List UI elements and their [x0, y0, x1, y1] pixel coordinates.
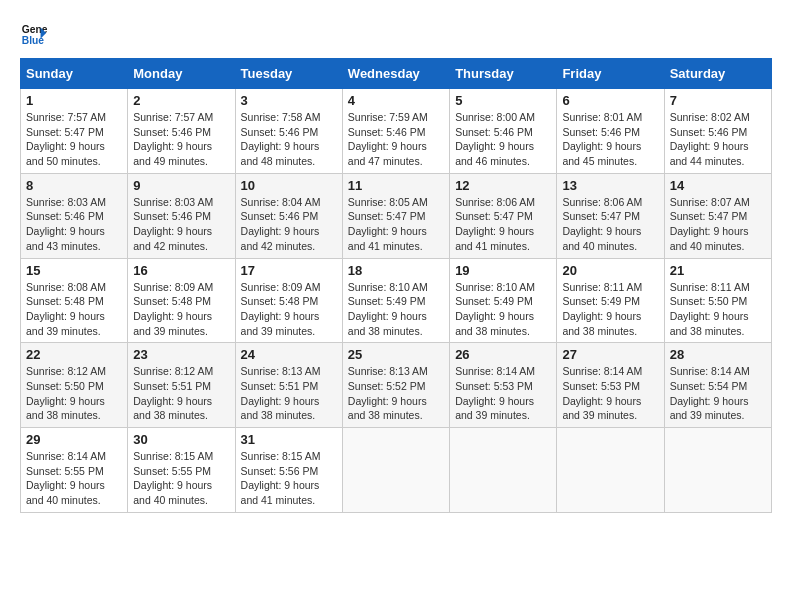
day-number: 2	[133, 93, 229, 108]
day-info: Sunrise: 8:15 AMSunset: 5:55 PMDaylight:…	[133, 449, 229, 508]
day-cell: 11Sunrise: 8:05 AMSunset: 5:47 PMDayligh…	[342, 173, 449, 258]
day-number: 7	[670, 93, 766, 108]
dow-friday: Friday	[557, 59, 664, 89]
week-row-2: 8Sunrise: 8:03 AMSunset: 5:46 PMDaylight…	[21, 173, 772, 258]
day-cell: 1Sunrise: 7:57 AMSunset: 5:47 PMDaylight…	[21, 89, 128, 174]
day-info: Sunrise: 8:03 AMSunset: 5:46 PMDaylight:…	[133, 195, 229, 254]
day-number: 6	[562, 93, 658, 108]
day-info: Sunrise: 8:09 AMSunset: 5:48 PMDaylight:…	[241, 280, 337, 339]
day-number: 9	[133, 178, 229, 193]
week-row-1: 1Sunrise: 7:57 AMSunset: 5:47 PMDaylight…	[21, 89, 772, 174]
day-info: Sunrise: 8:05 AMSunset: 5:47 PMDaylight:…	[348, 195, 444, 254]
day-number: 15	[26, 263, 122, 278]
day-info: Sunrise: 8:10 AMSunset: 5:49 PMDaylight:…	[348, 280, 444, 339]
day-number: 8	[26, 178, 122, 193]
day-cell: 23Sunrise: 8:12 AMSunset: 5:51 PMDayligh…	[128, 343, 235, 428]
day-number: 22	[26, 347, 122, 362]
day-info: Sunrise: 8:10 AMSunset: 5:49 PMDaylight:…	[455, 280, 551, 339]
day-number: 24	[241, 347, 337, 362]
day-cell: 5Sunrise: 8:00 AMSunset: 5:46 PMDaylight…	[450, 89, 557, 174]
day-cell: 20Sunrise: 8:11 AMSunset: 5:49 PMDayligh…	[557, 258, 664, 343]
day-info: Sunrise: 8:06 AMSunset: 5:47 PMDaylight:…	[455, 195, 551, 254]
day-info: Sunrise: 8:00 AMSunset: 5:46 PMDaylight:…	[455, 110, 551, 169]
day-info: Sunrise: 8:07 AMSunset: 5:47 PMDaylight:…	[670, 195, 766, 254]
page-header: General Blue	[20, 20, 772, 48]
day-info: Sunrise: 8:02 AMSunset: 5:46 PMDaylight:…	[670, 110, 766, 169]
day-number: 30	[133, 432, 229, 447]
dow-thursday: Thursday	[450, 59, 557, 89]
day-number: 1	[26, 93, 122, 108]
day-number: 3	[241, 93, 337, 108]
day-cell: 6Sunrise: 8:01 AMSunset: 5:46 PMDaylight…	[557, 89, 664, 174]
dow-wednesday: Wednesday	[342, 59, 449, 89]
day-info: Sunrise: 7:58 AMSunset: 5:46 PMDaylight:…	[241, 110, 337, 169]
day-number: 13	[562, 178, 658, 193]
week-row-3: 15Sunrise: 8:08 AMSunset: 5:48 PMDayligh…	[21, 258, 772, 343]
day-cell	[450, 428, 557, 513]
day-number: 10	[241, 178, 337, 193]
day-cell: 28Sunrise: 8:14 AMSunset: 5:54 PMDayligh…	[664, 343, 771, 428]
day-cell: 8Sunrise: 8:03 AMSunset: 5:46 PMDaylight…	[21, 173, 128, 258]
day-cell: 16Sunrise: 8:09 AMSunset: 5:48 PMDayligh…	[128, 258, 235, 343]
day-cell: 30Sunrise: 8:15 AMSunset: 5:55 PMDayligh…	[128, 428, 235, 513]
day-cell: 22Sunrise: 8:12 AMSunset: 5:50 PMDayligh…	[21, 343, 128, 428]
day-cell: 12Sunrise: 8:06 AMSunset: 5:47 PMDayligh…	[450, 173, 557, 258]
dow-monday: Monday	[128, 59, 235, 89]
day-info: Sunrise: 7:57 AMSunset: 5:47 PMDaylight:…	[26, 110, 122, 169]
day-number: 27	[562, 347, 658, 362]
day-number: 11	[348, 178, 444, 193]
day-cell: 19Sunrise: 8:10 AMSunset: 5:49 PMDayligh…	[450, 258, 557, 343]
day-cell: 7Sunrise: 8:02 AMSunset: 5:46 PMDaylight…	[664, 89, 771, 174]
day-info: Sunrise: 8:14 AMSunset: 5:55 PMDaylight:…	[26, 449, 122, 508]
day-cell: 18Sunrise: 8:10 AMSunset: 5:49 PMDayligh…	[342, 258, 449, 343]
day-number: 29	[26, 432, 122, 447]
day-number: 26	[455, 347, 551, 362]
day-number: 23	[133, 347, 229, 362]
day-cell: 3Sunrise: 7:58 AMSunset: 5:46 PMDaylight…	[235, 89, 342, 174]
day-info: Sunrise: 8:11 AMSunset: 5:50 PMDaylight:…	[670, 280, 766, 339]
day-number: 25	[348, 347, 444, 362]
day-cell: 24Sunrise: 8:13 AMSunset: 5:51 PMDayligh…	[235, 343, 342, 428]
day-cell: 13Sunrise: 8:06 AMSunset: 5:47 PMDayligh…	[557, 173, 664, 258]
days-of-week-header: SundayMondayTuesdayWednesdayThursdayFrid…	[21, 59, 772, 89]
day-info: Sunrise: 8:12 AMSunset: 5:51 PMDaylight:…	[133, 364, 229, 423]
day-cell: 27Sunrise: 8:14 AMSunset: 5:53 PMDayligh…	[557, 343, 664, 428]
day-info: Sunrise: 8:14 AMSunset: 5:53 PMDaylight:…	[455, 364, 551, 423]
day-number: 31	[241, 432, 337, 447]
day-cell	[557, 428, 664, 513]
day-cell: 17Sunrise: 8:09 AMSunset: 5:48 PMDayligh…	[235, 258, 342, 343]
day-cell: 10Sunrise: 8:04 AMSunset: 5:46 PMDayligh…	[235, 173, 342, 258]
day-cell	[342, 428, 449, 513]
day-number: 20	[562, 263, 658, 278]
day-info: Sunrise: 8:14 AMSunset: 5:54 PMDaylight:…	[670, 364, 766, 423]
day-number: 4	[348, 93, 444, 108]
day-info: Sunrise: 8:03 AMSunset: 5:46 PMDaylight:…	[26, 195, 122, 254]
day-info: Sunrise: 8:14 AMSunset: 5:53 PMDaylight:…	[562, 364, 658, 423]
day-cell: 29Sunrise: 8:14 AMSunset: 5:55 PMDayligh…	[21, 428, 128, 513]
day-cell: 25Sunrise: 8:13 AMSunset: 5:52 PMDayligh…	[342, 343, 449, 428]
week-row-4: 22Sunrise: 8:12 AMSunset: 5:50 PMDayligh…	[21, 343, 772, 428]
day-cell: 14Sunrise: 8:07 AMSunset: 5:47 PMDayligh…	[664, 173, 771, 258]
day-number: 14	[670, 178, 766, 193]
day-cell: 26Sunrise: 8:14 AMSunset: 5:53 PMDayligh…	[450, 343, 557, 428]
day-cell: 31Sunrise: 8:15 AMSunset: 5:56 PMDayligh…	[235, 428, 342, 513]
day-number: 12	[455, 178, 551, 193]
day-info: Sunrise: 8:01 AMSunset: 5:46 PMDaylight:…	[562, 110, 658, 169]
calendar-body: 1Sunrise: 7:57 AMSunset: 5:47 PMDaylight…	[21, 89, 772, 513]
day-number: 19	[455, 263, 551, 278]
day-number: 17	[241, 263, 337, 278]
day-number: 5	[455, 93, 551, 108]
day-info: Sunrise: 8:13 AMSunset: 5:51 PMDaylight:…	[241, 364, 337, 423]
day-info: Sunrise: 8:11 AMSunset: 5:49 PMDaylight:…	[562, 280, 658, 339]
dow-saturday: Saturday	[664, 59, 771, 89]
calendar-table: SundayMondayTuesdayWednesdayThursdayFrid…	[20, 58, 772, 513]
dow-tuesday: Tuesday	[235, 59, 342, 89]
day-info: Sunrise: 8:08 AMSunset: 5:48 PMDaylight:…	[26, 280, 122, 339]
day-number: 16	[133, 263, 229, 278]
logo: General Blue	[20, 20, 48, 48]
day-number: 28	[670, 347, 766, 362]
day-cell: 9Sunrise: 8:03 AMSunset: 5:46 PMDaylight…	[128, 173, 235, 258]
day-cell: 4Sunrise: 7:59 AMSunset: 5:46 PMDaylight…	[342, 89, 449, 174]
day-number: 21	[670, 263, 766, 278]
day-info: Sunrise: 8:13 AMSunset: 5:52 PMDaylight:…	[348, 364, 444, 423]
